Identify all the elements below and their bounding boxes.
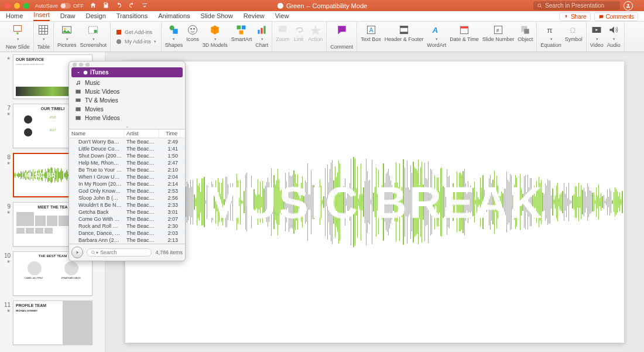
zoom-button: Zoom bbox=[276, 24, 289, 43]
media-category-itunes[interactable]: iTunes bbox=[71, 67, 183, 77]
autosave-state: OFF bbox=[73, 3, 84, 9]
save-icon[interactable] bbox=[102, 2, 109, 10]
share-label: Share bbox=[571, 13, 587, 20]
svg-rect-18 bbox=[242, 26, 246, 30]
tab-draw[interactable]: Draw bbox=[60, 12, 76, 21]
svg-rect-40 bbox=[76, 90, 80, 93]
media-row[interactable]: Don't Worry Baby...The Beach B...2:49 bbox=[69, 138, 185, 145]
home-icon[interactable] bbox=[90, 2, 97, 10]
media-search[interactable]: ▾ bbox=[87, 248, 152, 257]
media-row[interactable]: Rock and Roll MusicThe Beach B...2:30 bbox=[69, 223, 185, 230]
media-row[interactable]: Help Me, Rhonda (...The Beach B...2:47 bbox=[69, 159, 185, 166]
panel-close-icon[interactable] bbox=[73, 63, 77, 67]
media-row[interactable]: In My Room (2001...The Beach B...2:14 bbox=[69, 180, 185, 187]
comment-button[interactable] bbox=[336, 24, 348, 36]
minimize-window-icon[interactable] bbox=[14, 3, 20, 9]
object-button[interactable]: Object bbox=[518, 24, 533, 43]
svg-point-11 bbox=[117, 39, 121, 44]
tab-animations[interactable]: Animations bbox=[158, 12, 190, 21]
slide-number-button[interactable]: #Slide Number bbox=[482, 24, 515, 43]
audio-button[interactable]: ▾Audio bbox=[607, 24, 621, 49]
smartart-button[interactable]: SmartArt bbox=[231, 24, 252, 43]
media-row[interactable]: Be True to Your Sc...The Beach B...2:10 bbox=[69, 166, 185, 173]
video-button[interactable]: ▾Video bbox=[590, 24, 604, 49]
media-row[interactable]: Shut Down (2003...The Beach B...1:50 bbox=[69, 152, 185, 159]
media-row[interactable]: Getcha BackThe Beach B...3:01 bbox=[69, 209, 185, 216]
tab-view[interactable]: View bbox=[275, 12, 289, 21]
media-row[interactable]: Sloop John B (Sin...The Beach B...2:56 bbox=[69, 194, 185, 201]
svg-rect-19 bbox=[239, 30, 244, 35]
close-window-icon[interactable] bbox=[5, 3, 11, 9]
chevron-down-icon[interactable]: ▾ bbox=[637, 4, 639, 8]
tab-home[interactable]: Home bbox=[6, 12, 23, 21]
shapes-button[interactable]: ▾Shapes bbox=[165, 24, 183, 49]
maximize-window-icon[interactable] bbox=[23, 3, 29, 9]
panel-min-icon[interactable] bbox=[79, 63, 83, 67]
3d-models-button[interactable]: ▾3D Models bbox=[203, 24, 228, 49]
new-slide-button[interactable]: ▾ bbox=[12, 24, 23, 42]
search-input[interactable] bbox=[545, 2, 615, 9]
panel-max-icon[interactable] bbox=[85, 63, 90, 67]
media-count: 4,786 items bbox=[155, 250, 183, 255]
media-row[interactable]: God Only Knows (...The Beach B...2:53 bbox=[69, 187, 185, 194]
header-footer-button[interactable]: Header & Footer bbox=[385, 24, 424, 43]
wordart-button[interactable]: A▾WordArt bbox=[427, 24, 446, 49]
search-icon bbox=[537, 3, 543, 9]
media-search-input[interactable] bbox=[100, 250, 129, 255]
media-item-movies[interactable]: Movies bbox=[71, 105, 183, 114]
media-row[interactable]: Wouldn't It Be Nic...The Beach B...2:33 bbox=[69, 201, 185, 209]
get-addins-button[interactable]: Get Add-ins bbox=[115, 29, 152, 36]
slide-editor[interactable]: MUSIC BREAK bbox=[105, 52, 644, 352]
search-presentation[interactable] bbox=[533, 1, 620, 10]
media-table-header: Name Artist Time bbox=[69, 129, 185, 138]
media-row[interactable]: When I Grow Up (...The Beach B...2:04 bbox=[69, 173, 185, 180]
col-time-header[interactable]: Time bbox=[159, 129, 180, 138]
media-panel-titlebar bbox=[69, 61, 185, 67]
media-row[interactable]: Dance, Dance, Da...The Beach B...2:03 bbox=[69, 230, 185, 237]
tab-slideshow[interactable]: Slide Show bbox=[201, 12, 233, 21]
col-artist-header[interactable]: Artist bbox=[124, 129, 159, 138]
table-label: Table bbox=[37, 45, 50, 50]
link-button: Link bbox=[293, 24, 304, 43]
toggle-icon bbox=[60, 3, 71, 9]
tab-transitions[interactable]: Transitions bbox=[117, 12, 148, 21]
svg-rect-23 bbox=[279, 26, 286, 32]
thumb-item[interactable]: 11★PROFILE TEAMMICHAEL DOWNEY bbox=[2, 300, 102, 345]
table-button[interactable]: ▾ bbox=[37, 24, 49, 42]
textbox-button[interactable]: AText Box bbox=[361, 24, 381, 43]
tab-insert[interactable]: Insert bbox=[33, 11, 50, 21]
media-item-tv-movies[interactable]: TV & Movies bbox=[71, 96, 183, 105]
autosave-toggle[interactable]: AutoSave OFF bbox=[35, 3, 84, 9]
current-slide[interactable]: MUSIC BREAK bbox=[125, 61, 624, 343]
my-addins-button[interactable]: My Add-ins▾ bbox=[115, 38, 156, 45]
new-slide-label: New Slide bbox=[6, 45, 30, 50]
media-row[interactable]: Barbara Ann (200...The Beach B...2:13 bbox=[69, 237, 185, 244]
media-item-music[interactable]: Music bbox=[71, 78, 183, 87]
chart-button[interactable]: ▾Chart bbox=[255, 24, 268, 49]
media-item-home-videos[interactable]: Home Videos bbox=[71, 114, 183, 122]
equation-button[interactable]: π▾Equation bbox=[540, 24, 561, 49]
tab-design[interactable]: Design bbox=[86, 12, 106, 21]
qat-more-icon[interactable] bbox=[141, 2, 148, 10]
pictures-button[interactable]: ▾Pictures bbox=[57, 24, 77, 49]
media-table: Name Artist Time Don't Worry Baby...The … bbox=[69, 129, 185, 244]
share-button[interactable]: Share bbox=[559, 12, 591, 21]
svg-text:A: A bbox=[431, 26, 438, 35]
ribbon: ▾New Slide ▾Table ▾Pictures ▾Screenshot … bbox=[0, 22, 644, 52]
redo-icon[interactable] bbox=[128, 2, 135, 10]
icons-button[interactable]: Icons bbox=[186, 24, 199, 43]
user-avatar[interactable] bbox=[624, 1, 633, 11]
col-name-header[interactable]: Name bbox=[69, 129, 124, 138]
undo-icon[interactable] bbox=[115, 2, 122, 10]
media-item-music-videos[interactable]: Music Videos bbox=[71, 87, 183, 96]
svg-point-15 bbox=[190, 28, 192, 30]
media-row[interactable]: Come Go With MeThe Beach B...2:07 bbox=[69, 216, 185, 223]
tab-review[interactable]: Review bbox=[244, 12, 265, 21]
media-row[interactable]: Little Deuce Coup...The Beach B...1:41 bbox=[69, 145, 185, 152]
comments-button[interactable]: Comments bbox=[594, 12, 638, 21]
date-time-button[interactable]: Date & Time bbox=[450, 24, 479, 43]
screenshot-button[interactable]: ▾Screenshot bbox=[80, 24, 107, 49]
media-footer: ▾ 4,786 items bbox=[69, 244, 185, 261]
svg-rect-3 bbox=[14, 26, 22, 32]
play-button[interactable] bbox=[71, 247, 83, 258]
